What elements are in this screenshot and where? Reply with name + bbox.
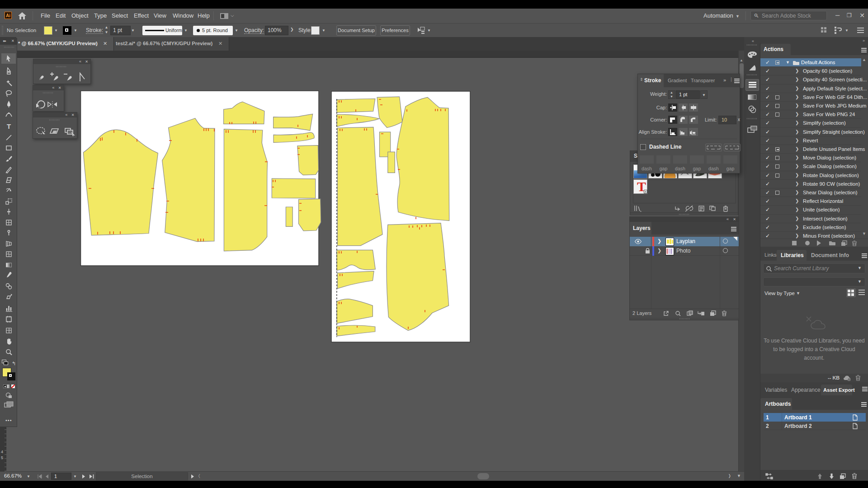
svg-text:5: 5 bbox=[1, 455, 3, 460]
svg-text:T: T bbox=[7, 122, 11, 130]
svg-text:4: 4 bbox=[1, 450, 3, 454]
